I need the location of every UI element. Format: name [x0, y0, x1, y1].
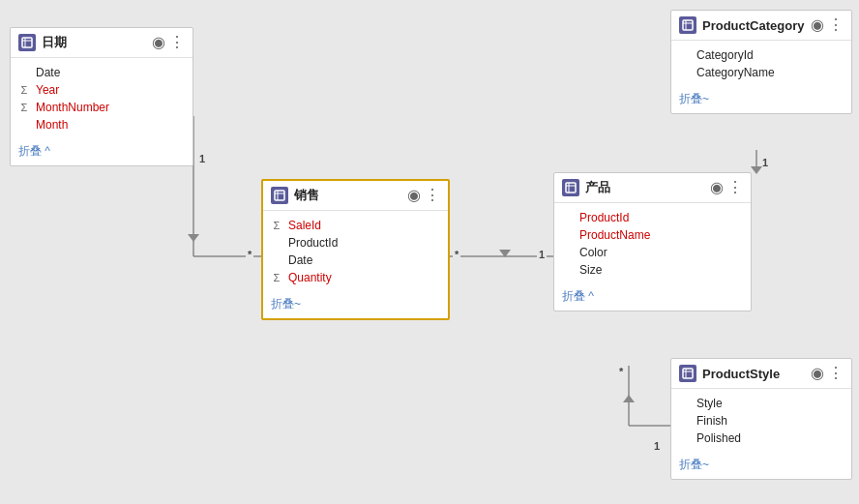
product-table: 产品 ◉ ⋮ ProductId ProductName Color Size [553, 172, 752, 311]
product-category-table-header: ProductCategory ◉ ⋮ [671, 11, 851, 41]
product-table-actions[interactable]: ◉ ⋮ [710, 180, 743, 195]
product-style-title: ProductStyle [702, 367, 805, 381]
field-categoryname: CategoryName [679, 64, 844, 81]
date-table-actions[interactable]: ◉ ⋮ [152, 35, 185, 50]
field-productname: ProductName [562, 226, 743, 244]
arrow-product-style-up [623, 395, 635, 402]
product-table-fields: ProductId ProductName Color Size [554, 203, 751, 284]
diagram-canvas: 1 * * 1 1 * * 1 日期 ◉ ⋮ Date Σ [0, 0, 859, 504]
arrow-date-sales [188, 234, 199, 242]
field-color: Color [562, 244, 743, 261]
category-menu-icon[interactable]: ⋮ [828, 17, 844, 33]
product-table-header: 产品 ◉ ⋮ [554, 173, 751, 203]
svg-rect-18 [683, 369, 693, 378]
product-style-fields: Style Finish Polished [671, 389, 851, 453]
style-eye-icon[interactable]: ◉ [811, 366, 824, 381]
sales-table: 销售 ◉ ⋮ Σ SaleId ProductId Date Σ Quantit… [261, 179, 450, 320]
style-collapse[interactable]: 折叠~ [671, 453, 851, 479]
field-finish: Finish [679, 412, 844, 430]
product-category-title: ProductCategory [702, 18, 805, 33]
product-table-title: 产品 [585, 179, 704, 196]
category-eye-icon[interactable]: ◉ [811, 17, 824, 33]
field-year: Σ Year [18, 81, 185, 99]
field-polished: Polished [679, 430, 844, 447]
date-table: 日期 ◉ ⋮ Date Σ Year Σ MonthNumber Month [10, 27, 193, 166]
svg-rect-6 [22, 38, 32, 47]
category-collapse[interactable]: 折叠~ [671, 87, 851, 113]
field-monthnumber: Σ MonthNumber [18, 99, 185, 116]
product-category-icon [679, 16, 696, 34]
conn-label-many-style: * [617, 366, 625, 377]
product-menu-icon[interactable]: ⋮ [727, 180, 743, 195]
field-productid: ProductId [562, 209, 743, 226]
date-eye-icon[interactable]: ◉ [152, 35, 165, 50]
product-style-header: ProductStyle ◉ ⋮ [671, 359, 851, 389]
sales-menu-icon[interactable]: ⋮ [425, 188, 440, 203]
sales-table-icon [271, 187, 288, 204]
product-style-table: ProductStyle ◉ ⋮ Style Finish Polished 折… [670, 358, 852, 480]
style-menu-icon[interactable]: ⋮ [828, 366, 844, 381]
conn-label-many-date: * [246, 249, 253, 260]
field-month: Month [18, 116, 185, 133]
conn-label-many-sales: * [453, 249, 460, 260]
product-eye-icon[interactable]: ◉ [710, 180, 724, 195]
date-table-fields: Date Σ Year Σ MonthNumber Month [11, 58, 193, 139]
product-style-actions[interactable]: ◉ ⋮ [811, 366, 844, 381]
svg-rect-12 [566, 183, 576, 193]
sales-table-fields: Σ SaleId ProductId Date Σ Quantity [263, 211, 448, 292]
field-productid-sales: ProductId [271, 234, 440, 252]
svg-rect-9 [275, 191, 284, 200]
product-category-fields: CategoryId CategoryName [671, 41, 851, 87]
date-table-header: 日期 ◉ ⋮ [11, 28, 193, 58]
product-category-actions[interactable]: ◉ ⋮ [811, 17, 844, 33]
sales-eye-icon[interactable]: ◉ [407, 188, 421, 203]
date-collapse[interactable]: 折叠 ^ [11, 139, 193, 165]
date-menu-icon[interactable]: ⋮ [169, 35, 185, 50]
date-table-icon [18, 34, 36, 51]
field-date-sales: Date [271, 252, 440, 269]
sales-table-title: 销售 [294, 187, 401, 204]
field-date: Date [18, 64, 185, 81]
sales-collapse[interactable]: 折叠~ [263, 292, 448, 318]
field-saleid: Σ SaleId [271, 217, 440, 234]
conn-label-1-date: 1 [197, 153, 207, 164]
field-categoryid: CategoryId [679, 46, 844, 64]
product-style-icon [679, 365, 696, 382]
field-style: Style [679, 395, 844, 412]
sales-table-header: 销售 ◉ ⋮ [263, 181, 448, 211]
conn-label-one-style: 1 [652, 440, 662, 452]
conn-label-one-product: 1 [537, 249, 547, 260]
product-table-icon [562, 179, 579, 196]
arrow-product-cat [751, 166, 762, 174]
svg-rect-15 [683, 20, 693, 30]
product-category-table: ProductCategory ◉ ⋮ CategoryId CategoryN… [670, 10, 852, 114]
field-quantity: Σ Quantity [271, 269, 440, 286]
date-table-title: 日期 [42, 34, 146, 51]
arrow-sales-product [499, 250, 511, 257]
field-size: Size [562, 261, 743, 279]
product-collapse[interactable]: 折叠 ^ [554, 284, 751, 311]
sales-table-actions[interactable]: ◉ ⋮ [407, 188, 440, 203]
